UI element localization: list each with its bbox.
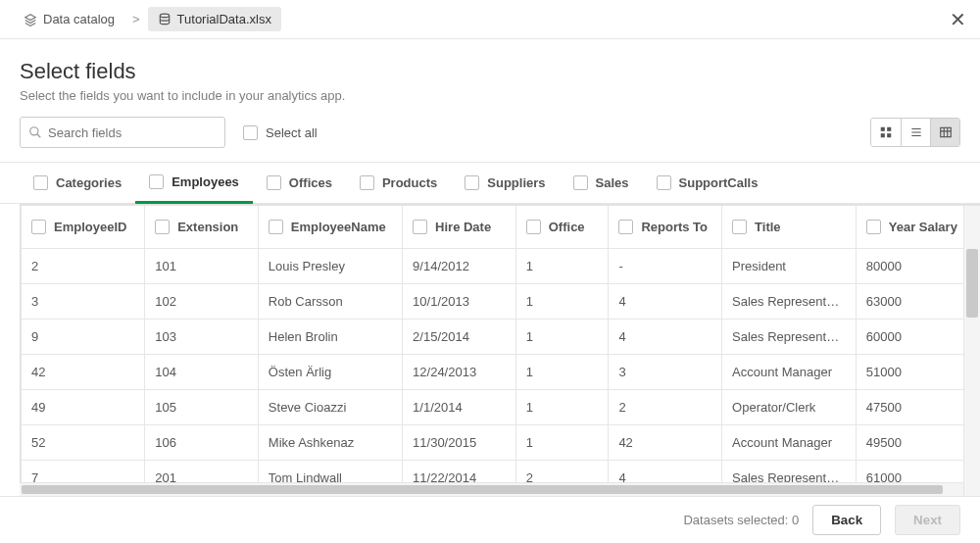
table-row[interactable]: 52106Mike Ashkenaz11/30/2015142Account M… [22,425,980,461]
column-header[interactable]: Reports To [609,206,722,249]
view-table-button[interactable] [930,119,959,146]
tab-offices[interactable]: Offices [253,163,346,203]
table-cell: 42 [609,425,722,461]
table-cell: 10/1/2013 [403,284,516,320]
next-button[interactable]: Next [895,505,960,535]
table-cell: 49 [22,390,145,425]
column-checkbox[interactable] [618,220,633,234]
table-cell: 3 [609,355,722,390]
tab-checkbox[interactable] [465,175,479,190]
tab-suppliers[interactable]: Suppliers [451,163,559,203]
tab-checkbox[interactable] [360,175,374,190]
breadcrumb-root[interactable]: Data catalog [14,7,124,31]
table-cell: 101 [145,249,259,284]
table-cell: 51000 [856,355,979,390]
svg-rect-3 [887,127,891,131]
table-row[interactable]: 9103Helen Brolin2/15/201414Sales Represe… [22,320,980,355]
back-button[interactable]: Back [812,505,881,535]
tab-label: Categories [56,175,122,190]
tab-checkbox[interactable] [149,174,164,189]
table-cell: 9 [22,320,145,355]
breadcrumb-bar: Data catalog > TutorialData.xlsx ✕ [0,0,980,39]
breadcrumb-separator: > [132,12,140,26]
tab-categories[interactable]: Categories [20,163,135,203]
search-input[interactable] [48,125,217,140]
table-cell: 2 [22,249,145,284]
search-box[interactable] [20,117,225,148]
table-cell: 4 [609,284,722,320]
search-icon [28,125,42,139]
toolbar: Select all [0,117,980,162]
tab-checkbox[interactable] [573,175,588,190]
column-header[interactable]: EmployeeName [258,206,402,249]
table-cell: 12/24/2013 [403,355,516,390]
datasets-selected-status: Datasets selected: 0 [683,513,799,527]
footer-bar: Datasets selected: 0 Back Next [0,496,980,543]
tab-checkbox[interactable] [657,175,671,190]
table-cell: 2 [609,390,722,425]
grid-icon [879,125,893,139]
table-row[interactable]: 49105Steve Cioazzi1/1/201412Operator/Cle… [22,390,980,425]
page-title: Select fields [20,59,960,84]
tab-label: Products [382,175,437,190]
table-cell: Operator/Clerk [722,390,857,425]
breadcrumb-current[interactable]: TutorialData.xlsx [148,7,281,31]
column-checkbox[interactable] [413,220,427,234]
column-checkbox[interactable] [526,220,541,234]
column-header[interactable]: Office [515,206,609,249]
column-header[interactable]: Hire Date [403,206,516,249]
column-checkbox[interactable] [732,220,747,234]
tab-products[interactable]: Products [346,163,451,203]
svg-rect-5 [887,133,891,137]
table-cell: 102 [145,284,259,320]
table-cell: 49500 [856,425,979,461]
scrollbar-thumb[interactable] [22,485,943,494]
table-row[interactable]: 42104Östen Ärlig12/24/201313Account Mana… [22,355,980,390]
tab-sales[interactable]: Sales [560,163,643,203]
column-header[interactable]: Title [722,206,857,249]
table-cell: 47500 [856,390,979,425]
tab-checkbox[interactable] [33,175,48,190]
table-cell: 42 [22,355,145,390]
table-cell: Sales Representative [722,320,857,355]
column-header[interactable]: Extension [145,206,259,249]
table-cell: Louis Presley [258,249,402,284]
table-cell: 103 [145,320,259,355]
tabs-bar: CategoriesEmployeesOfficesProductsSuppli… [0,162,980,204]
page-heading: Select fields Select the fields you want… [0,39,980,117]
data-table: EmployeeIDExtensionEmployeeNameHire Date… [21,205,980,496]
tab-label: Suppliers [487,175,545,190]
column-checkbox[interactable] [866,220,881,234]
select-all-label: Select all [266,125,318,140]
table-cell: 80000 [856,249,979,284]
select-all-checkbox[interactable] [243,125,258,140]
column-label: EmployeeName [291,220,386,234]
table-cell: 1 [515,425,609,461]
table-cell: Steve Cioazzi [258,390,402,425]
svg-rect-6 [940,127,951,136]
tab-checkbox[interactable] [267,175,281,190]
table-row[interactable]: 3102Rob Carsson10/1/201314Sales Represen… [22,284,980,320]
column-checkbox[interactable] [31,220,46,234]
vertical-scrollbar[interactable] [963,206,980,496]
view-list-button[interactable] [901,119,930,146]
tab-label: Employees [172,174,239,189]
table-cell: 1 [515,390,609,425]
column-header[interactable]: EmployeeID [22,206,145,249]
horizontal-scrollbar[interactable] [20,482,963,496]
table-cell: 52 [22,425,145,461]
table-icon [939,125,953,139]
close-icon[interactable]: ✕ [950,10,966,29]
column-checkbox[interactable] [269,220,283,234]
select-all[interactable]: Select all [243,125,318,140]
column-header[interactable]: Year Salary [856,206,979,249]
tab-employees[interactable]: Employees [135,163,253,204]
scrollbar-thumb[interactable] [966,249,978,318]
column-label: Extension [177,220,238,234]
view-grid-button[interactable] [871,119,901,146]
database-icon [158,13,172,26]
table-row[interactable]: 2101Louis Presley9/14/20121-President800… [22,249,980,284]
table-cell: Helen Brolin [258,320,402,355]
column-checkbox[interactable] [155,220,170,234]
tab-supportcalls[interactable]: SupportCalls [643,163,772,203]
